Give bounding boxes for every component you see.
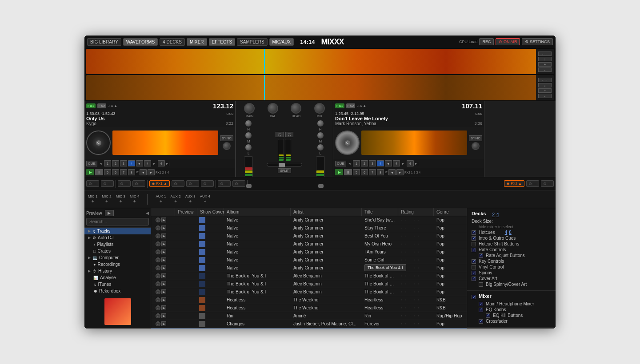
tree-item-analyse[interactable]: 📊 Analyse <box>84 274 151 281</box>
deck1-loop1[interactable]: ◄ <box>140 169 147 175</box>
tree-item-autodj[interactable]: ▶ ⚙ Auto DJ <box>84 234 151 241</box>
row-play-10[interactable]: ▶ <box>161 297 166 302</box>
deck2-t4[interactable]: 8 <box>377 169 384 175</box>
deck2-vinyl[interactable]: C <box>335 131 360 155</box>
row-headphone-0[interactable]: 🎧 <box>156 218 160 222</box>
row-headphone-1[interactable]: 🎧 <box>156 226 160 230</box>
wf1-ctrl3[interactable]: + <box>538 62 552 67</box>
table-row[interactable]: 🎧 ▶ Naïve Andy Grammer She'd Say (with L… <box>151 216 467 224</box>
wf1-ctrl4[interactable]: - <box>538 67 552 72</box>
crossfader[interactable] <box>267 163 302 166</box>
aux4-add[interactable]: + <box>204 199 206 204</box>
row-headphone-13[interactable]: 🎧 <box>156 321 160 326</box>
rp-hotcues-check[interactable]: ✓ <box>472 230 476 235</box>
deck2-hc6[interactable]: 4 <box>393 160 400 166</box>
table-row[interactable]: 🎧 ▶ Riri Aminé Riri · · · · · Rap/Hip Ho… <box>151 312 467 320</box>
row-headphone-12[interactable]: 🎧 <box>156 313 160 318</box>
fx-power3[interactable]: — <box>186 180 199 187</box>
deck2-hc5[interactable]: ◄| <box>385 160 392 166</box>
preview-play-btn[interactable]: ▶ <box>105 210 114 216</box>
rp-mainmix-check[interactable]: ✓ <box>479 302 483 306</box>
tree-item-playlists[interactable]: ♪ Playlists <box>84 241 151 248</box>
mixer-bal-knob[interactable] <box>268 103 278 114</box>
deck2-hc4[interactable]: 4 <box>377 160 384 166</box>
tree-item-serato[interactable]: 🎵 Serato <box>84 294 151 295</box>
nav-micaux[interactable]: MIC/AUX <box>269 38 294 46</box>
deck1-t1[interactable]: 5 <box>104 169 111 175</box>
row-headphone-4[interactable]: 🎧 <box>156 249 160 254</box>
wf2-ctrl1[interactable]: ←→ <box>538 78 552 82</box>
rp-spinny-check[interactable]: ✓ <box>472 271 476 275</box>
row-play-8[interactable]: ▶ <box>161 281 166 286</box>
deck1-pause-btn[interactable]: ⏸ <box>95 169 103 175</box>
col-cover[interactable]: Show Cover Art ▲ <box>197 208 224 216</box>
deck2-hc2[interactable]: 2 <box>361 160 368 166</box>
row-play-0[interactable]: ▶ <box>161 218 166 222</box>
settings-button[interactable]: ⚙ SETTINGS <box>522 38 553 45</box>
headphone-l[interactable]: 🎧 <box>276 132 284 137</box>
tree-item-history[interactable]: ▶ ⏱ History <box>84 268 151 274</box>
tree-item-computer[interactable]: ▶ 💻 Computer <box>84 254 151 261</box>
row-headphone-9[interactable]: 🎧 <box>156 289 160 294</box>
eq-l-right[interactable] <box>317 144 324 150</box>
rp-xfader-check[interactable]: ✓ <box>479 319 483 324</box>
search-input[interactable] <box>86 218 149 226</box>
table-row[interactable]: 🎧 ▶ Heartless The Weeknd Heartless · · ·… <box>151 304 467 312</box>
deck2-hc3[interactable]: 3 <box>369 160 376 166</box>
rp-key-check[interactable]: ✓ <box>472 259 476 264</box>
table-row[interactable]: 🎧 ▶ Changes Justin Bieber, Post Malone, … <box>151 320 467 328</box>
deck1-vinyl[interactable]: C <box>86 131 111 155</box>
table-row[interactable]: 🎧 ▶ Naïve Andy Grammer Best Of You · · ·… <box>151 232 467 240</box>
deck1-hc4[interactable]: 4 <box>128 160 135 166</box>
nav-effects[interactable]: EFFECTS <box>209 38 236 46</box>
aux1-add[interactable]: + <box>160 199 162 204</box>
deck1-hc6[interactable]: 4 <box>144 160 151 166</box>
fx-unit6[interactable]: — <box>526 180 539 187</box>
row-play-3[interactable]: ▶ <box>161 241 166 246</box>
table-row[interactable]: 🎧 ▶ Naïve Andy Grammer Stay There · · · … <box>151 224 467 232</box>
row-headphone-8[interactable]: 🎧 <box>156 281 160 286</box>
row-play-6[interactable]: ▶ <box>161 265 166 270</box>
nav-big-library[interactable]: BIG LIBRARY <box>87 38 121 46</box>
row-headphone-3[interactable]: 🎧 <box>156 241 160 246</box>
nav-samplers[interactable]: SAMPLERS <box>237 38 267 46</box>
col-rating[interactable]: Rating <box>398 208 434 216</box>
col-preview[interactable]: Preview <box>175 208 197 216</box>
rp-coverart-check[interactable]: ✓ <box>472 277 476 281</box>
row-headphone-5[interactable]: 🎧 <box>156 257 160 262</box>
mic2-add[interactable]: + <box>105 199 108 204</box>
mixer-mix-knob[interactable] <box>314 103 325 114</box>
rp-hc-4[interactable]: 4 <box>505 230 508 235</box>
wf1-ctrl1[interactable]: ←→ <box>538 51 552 56</box>
table-row[interactable]: 🎧 ▶ Naïve Andy Grammer Naïve · · · · · P… <box>151 264 467 272</box>
row-play-4[interactable]: ▶ <box>161 249 166 254</box>
deck2-pitch-knob[interactable] <box>472 142 480 150</box>
deck2-t2[interactable]: 6 <box>361 169 368 175</box>
col-genre[interactable]: Genre <box>434 208 465 216</box>
mixer-main-knob[interactable] <box>244 103 255 114</box>
table-row[interactable]: 🎧 ▶ The Book of You & I Alec Benjamin Th… <box>151 272 467 280</box>
rp-bigspinny-check[interactable] <box>479 282 483 287</box>
deck2-loop1[interactable]: ◄ <box>388 169 396 175</box>
table-row[interactable]: 🎧 ▶ Naïve Andy Grammer I Am Yours · · · … <box>151 248 467 256</box>
deck1-hc1[interactable]: 1 <box>104 160 111 166</box>
row-play-9[interactable]: ▶ <box>161 289 166 294</box>
deck2-cue-btn[interactable]: CUE <box>335 161 346 166</box>
sidebar-collapse[interactable]: ◀ <box>146 211 149 215</box>
fx-unit-fx2[interactable]: FX2 ▲ <box>504 180 524 187</box>
col-title[interactable]: Title <box>362 208 398 216</box>
row-play-12[interactable]: ▶ <box>161 313 166 318</box>
deck1-sync-btn[interactable]: SYNC <box>220 135 233 141</box>
wf1-ctrl2[interactable]: ↕ <box>538 57 552 61</box>
deck1-loop2[interactable]: ► <box>148 169 155 175</box>
headphone-r[interactable]: 🎧 <box>285 132 293 137</box>
rp-eqknobs-check[interactable]: ✓ <box>479 308 483 312</box>
rp-hcshift-check[interactable] <box>472 242 476 246</box>
deck1-hc3[interactable]: 3 <box>120 160 127 166</box>
deck2-t1[interactable]: 5 <box>353 169 360 175</box>
tree-item-crates[interactable]: □ Crates <box>84 248 151 254</box>
rp-rate-check[interactable]: ✓ <box>472 248 476 252</box>
rp-decks-2[interactable]: 2 <box>492 212 495 217</box>
fader-right[interactable] <box>319 184 322 185</box>
row-play-7[interactable]: ▶ <box>161 273 166 278</box>
